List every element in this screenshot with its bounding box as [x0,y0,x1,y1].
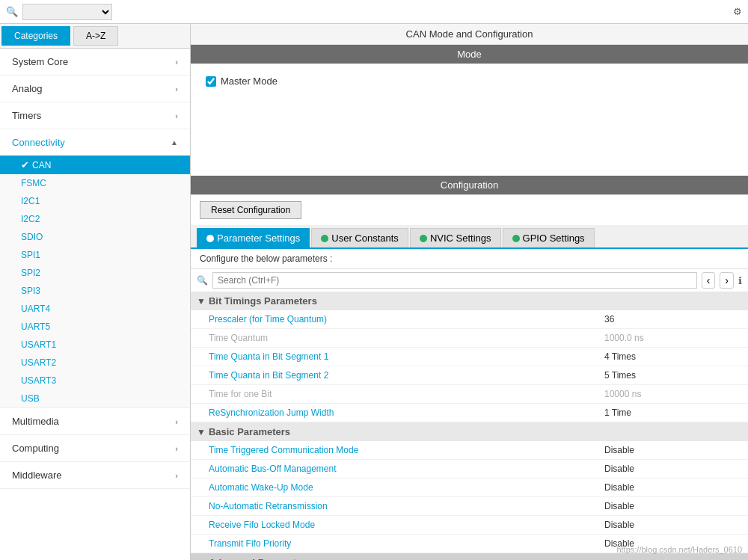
search-select[interactable] [22,4,112,20]
sidebar-item-spi1[interactable]: SPI1 [0,246,190,264]
param-name: Transmit Fifo Priority [191,535,598,553]
sidebar-item-usb[interactable]: USB [0,390,190,407]
tab-az[interactable]: A->Z [73,26,118,46]
param-value[interactable]: Disable [598,479,748,496]
table-row[interactable]: Prescaler (for Time Quantum) 36 [191,310,748,329]
sidebar-item-analog[interactable]: Analog › [0,76,190,102]
content-title: CAN Mode and Configuration [191,24,748,45]
tab-user-constants[interactable]: User Constants [311,228,408,247]
tab-dot [512,235,520,242]
prev-search-button[interactable]: ‹ [702,272,716,289]
tab-parameter-settings[interactable]: Parameter Settings [197,228,310,247]
sidebar-item-usart3[interactable]: USART3 [0,372,190,390]
toolbar: 🔍 ⚙ [0,0,748,24]
reset-config-button[interactable]: Reset Configuration [200,201,301,219]
master-mode-row: Master Mode [206,76,733,87]
sidebar-item-usart2[interactable]: USART2 [0,354,190,372]
sidebar-item-sdio[interactable]: SDIO [0,228,190,246]
param-name: Receive Fifo Locked Mode [191,516,598,534]
param-name: Time Triggered Communication Mode [191,441,598,459]
table-row[interactable]: Time Quantum 1000.0 ns [191,329,748,348]
config-section: Configuration Reset Configuration Parame… [191,176,748,560]
chevron-up-icon: ▲ [171,138,178,147]
param-value[interactable]: 4 Times [598,348,748,366]
watermark: https://blog.csdn.net/Haders_0610 [616,545,742,554]
param-group-bit-timings[interactable]: ▼Bit Timings Parameters [191,292,748,310]
chevron-right-icon: › [175,471,178,480]
search-icon: 🔍 [6,6,18,17]
chevron-right-icon: › [175,444,178,453]
sidebar-item-spi3[interactable]: SPI3 [0,282,190,300]
tab-categories[interactable]: Categories [1,26,70,46]
sidebar-item-can[interactable]: ✔CAN [0,156,190,174]
next-search-button[interactable]: › [720,272,734,289]
table-row[interactable]: No-Automatic Retransmission Disable [191,497,748,516]
param-value[interactable]: Disable [598,497,748,515]
sidebar-item-connectivity: Connectivity ▲ ✔CANFSMCI2C1I2C2SDIOSPI1S… [0,129,190,408]
connectivity-items: ✔CANFSMCI2C1I2C2SDIOSPI1SPI2SPI3UART4UAR… [0,156,190,407]
master-mode-checkbox[interactable] [206,76,216,87]
param-value[interactable]: Disable [598,460,748,478]
table-row[interactable]: Time Quanta in Bit Segment 1 4 Times [191,348,748,366]
param-name: Time Quantum [191,329,598,347]
param-value[interactable]: Disable [598,441,748,459]
sidebar-item-middleware[interactable]: Middleware › [0,462,190,489]
config-header: Configuration [191,176,748,194]
table-row[interactable]: Time Quanta in Bit Segment 2 5 Times [191,366,748,385]
sidebar-item-i2c2[interactable]: I2C2 [0,210,190,228]
table-row[interactable]: Automatic Wake-Up Mode Disable [191,479,748,497]
param-value: 1000.0 ns [598,329,748,347]
param-name: Time Quanta in Bit Segment 1 [191,348,598,366]
sidebar-item-computing[interactable]: Computing › [0,435,190,462]
param-name: ReSynchronization Jump Width [191,404,598,422]
param-value[interactable]: 36 [598,310,748,328]
param-name: Prescaler (for Time Quantum) [191,310,598,328]
config-search-row: 🔍 ‹ › ℹ [191,269,748,292]
info-icon[interactable]: ℹ [738,275,742,286]
tab-dot [420,235,427,242]
content-area: CAN Mode and Configuration Mode Master M… [191,24,748,560]
chevron-right-icon: › [175,84,178,93]
sidebar-item-uart4[interactable]: UART4 [0,300,190,318]
table-row[interactable]: Receive Fifo Locked Mode Disable [191,516,748,535]
chevron-right-icon: › [175,111,178,120]
tab-dot [206,235,214,242]
main-layout: Categories A->Z System Core › Analog › T… [0,24,748,560]
tab-nvic-settings[interactable]: NVIC Settings [410,228,501,247]
tab-dot [321,235,328,242]
table-row[interactable]: Automatic Bus-Off Management Disable [191,460,748,479]
tab-gpio-settings[interactable]: GPIO Settings [503,228,595,247]
param-group-advanced-params[interactable]: ▼Advanced Parameters [191,553,748,560]
chevron-right-icon: › [175,58,178,67]
config-toolbar: Reset Configuration [191,194,748,225]
params-area: ▼Bit Timings Parameters Prescaler (for T… [191,292,748,560]
connectivity-label: Connectivity [12,137,65,148]
param-value: 10000 ns [598,385,748,403]
gear-icon[interactable]: ⚙ [733,6,742,17]
sidebar-item-i2c1[interactable]: I2C1 [0,192,190,210]
table-row[interactable]: Time for one Bit 10000 ns [191,385,748,404]
config-tabs: Parameter SettingsUser ConstantsNVIC Set… [191,225,748,249]
param-search-input[interactable] [212,272,697,289]
table-row[interactable]: Time Triggered Communication Mode Disabl… [191,441,748,460]
mode-body: Master Mode [191,64,748,176]
sidebar-item-uart5[interactable]: UART5 [0,318,190,336]
sidebar-item-spi2[interactable]: SPI2 [0,264,190,282]
connectivity-header[interactable]: Connectivity ▲ [0,129,190,156]
param-value[interactable]: 1 Time [598,404,748,422]
param-value[interactable]: Disable [598,516,748,534]
param-group-basic-params[interactable]: ▼Basic Parameters [191,422,748,441]
mode-header: Mode [191,45,748,64]
param-name: No-Automatic Retransmission [191,497,598,515]
search-icon: 🔍 [197,275,208,286]
sidebar-item-system-core[interactable]: System Core › [0,49,190,76]
sidebar: Categories A->Z System Core › Analog › T… [0,24,191,560]
sidebar-item-fsmc[interactable]: FSMC [0,174,190,192]
table-row[interactable]: ReSynchronization Jump Width 1 Time [191,404,748,422]
master-mode-label: Master Mode [221,76,278,87]
sidebar-item-timers[interactable]: Timers › [0,102,190,129]
sidebar-tabs: Categories A->Z [0,24,190,49]
param-value[interactable]: 5 Times [598,366,748,384]
sidebar-item-multimedia[interactable]: Multimedia › [0,408,190,435]
sidebar-item-usart1[interactable]: USART1 [0,336,190,354]
